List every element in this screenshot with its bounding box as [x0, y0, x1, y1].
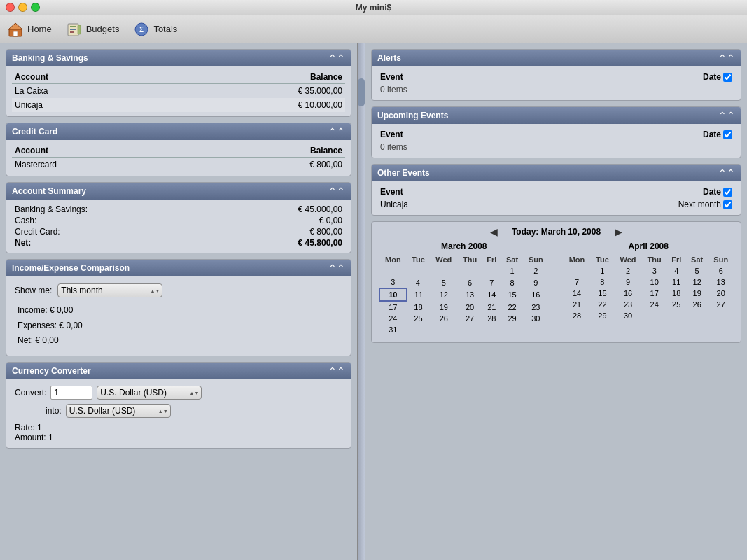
- close-button[interactable]: [6, 3, 15, 12]
- cal-day-cell[interactable]: 4: [667, 265, 686, 276]
- toolbar-totals[interactable]: Σ Totals: [133, 21, 177, 38]
- cal-day-cell[interactable]: 16: [614, 288, 642, 299]
- cal-day-cell[interactable]: 22: [501, 301, 523, 313]
- summary-value: € 45.000,00: [298, 204, 342, 214]
- upcoming-events-section: Upcoming Events ⌃⌃ Event Date 0 items: [371, 106, 741, 158]
- cal-day-cell[interactable]: 1: [501, 265, 523, 276]
- cal-day-cell[interactable]: 7: [482, 276, 501, 288]
- cal-day-header: Thu: [642, 254, 667, 265]
- cal-day-cell[interactable]: 12: [430, 288, 457, 301]
- alerts-collapse[interactable]: ⌃⌃: [718, 52, 735, 64]
- banking-savings-collapse[interactable]: ⌃⌃: [328, 52, 345, 64]
- alerts-date-checkbox[interactable]: [723, 73, 732, 82]
- upcoming-events-collapse[interactable]: ⌃⌃: [718, 110, 735, 121]
- cal-day-cell[interactable]: 31: [379, 324, 407, 335]
- cal-day-cell[interactable]: 4: [407, 276, 430, 288]
- cal-day-cell[interactable]: 6: [708, 265, 734, 276]
- cal-day-cell[interactable]: 27: [708, 299, 734, 310]
- cal-day-cell[interactable]: 23: [523, 301, 548, 313]
- cal-day-cell[interactable]: 18: [407, 301, 430, 313]
- cal-day-cell[interactable]: 9: [614, 276, 642, 288]
- to-currency-select[interactable]: U.S. Dollar (USD): [66, 404, 171, 418]
- cal-day-cell[interactable]: 3: [379, 276, 407, 288]
- table-row: Mastercard€ 800,00: [12, 158, 345, 172]
- calendar-next[interactable]: ▶: [615, 226, 622, 237]
- cal-day-cell[interactable]: 27: [457, 313, 482, 324]
- cal-day-cell[interactable]: 25: [407, 313, 430, 324]
- cal-day-cell[interactable]: 24: [379, 313, 407, 324]
- cal-day-cell[interactable]: 15: [501, 288, 523, 301]
- cal-day-cell[interactable]: 29: [591, 310, 615, 321]
- cal-today-cell[interactable]: 10: [379, 288, 407, 301]
- currency-converter-collapse[interactable]: ⌃⌃: [328, 365, 345, 377]
- upcoming-zero-items: 0 items: [377, 141, 735, 153]
- cal-day-cell[interactable]: 21: [564, 299, 591, 310]
- calendar-prev[interactable]: ◀: [490, 226, 498, 237]
- cal-day-cell[interactable]: 10: [642, 276, 667, 288]
- cal-day-cell[interactable]: 13: [457, 288, 482, 301]
- cal-day-cell[interactable]: 26: [430, 313, 457, 324]
- cal-day-header: Sun: [523, 254, 548, 265]
- cal-day-cell[interactable]: 21: [482, 301, 501, 313]
- cal-day-cell[interactable]: 22: [591, 299, 615, 310]
- cal-day-cell[interactable]: 14: [482, 288, 501, 301]
- cal-day-cell[interactable]: 24: [642, 299, 667, 310]
- cal-day-cell[interactable]: 20: [708, 288, 734, 299]
- cal-day-cell[interactable]: 1: [591, 265, 615, 276]
- cal-day-cell[interactable]: 6: [457, 276, 482, 288]
- maximize-button[interactable]: [31, 3, 40, 12]
- cal-day-cell[interactable]: 13: [708, 276, 734, 288]
- from-currency-select[interactable]: U.S. Dollar (USD): [97, 386, 202, 400]
- cal-day-cell[interactable]: 20: [457, 301, 482, 313]
- cal-day-cell[interactable]: 5: [430, 276, 457, 288]
- panel-divider: [357, 43, 365, 560]
- cal-day-cell[interactable]: 17: [642, 288, 667, 299]
- cal-day-cell[interactable]: 30: [614, 310, 642, 321]
- cal-day-cell[interactable]: 26: [686, 299, 708, 310]
- cal-day-cell[interactable]: 8: [591, 276, 615, 288]
- event-date-checkbox[interactable]: [723, 200, 732, 209]
- cal-day-cell[interactable]: 14: [564, 288, 591, 299]
- svg-text:Σ: Σ: [139, 26, 144, 34]
- showme-select[interactable]: This monthLast monthThis yearLast year: [57, 284, 162, 298]
- cal-day-cell[interactable]: 9: [523, 276, 548, 288]
- cal-day-cell[interactable]: 29: [501, 313, 523, 324]
- cal-day-cell[interactable]: 11: [407, 288, 430, 301]
- cal-table: MonTueWedThuFriSatSun1234567891011121314…: [379, 254, 550, 335]
- cal-day-cell[interactable]: 15: [591, 288, 615, 299]
- summary-label: Banking & Savings:: [15, 204, 88, 214]
- income-expense-collapse[interactable]: ⌃⌃: [328, 262, 345, 274]
- cal-day-cell[interactable]: 12: [686, 276, 708, 288]
- cal-day-cell[interactable]: 18: [667, 288, 686, 299]
- upcoming-date-checkbox[interactable]: [723, 130, 732, 139]
- other-events-collapse[interactable]: ⌃⌃: [718, 167, 735, 178]
- cal-day-cell[interactable]: 17: [379, 301, 407, 313]
- other-date-checkbox[interactable]: [723, 188, 732, 197]
- minimize-button[interactable]: [18, 3, 27, 12]
- toolbar-home[interactable]: Home: [7, 21, 52, 38]
- cal-day-cell[interactable]: 23: [614, 299, 642, 310]
- cal-day-cell[interactable]: 7: [564, 276, 591, 288]
- svg-rect-7: [78, 25, 81, 34]
- cal-day-cell[interactable]: 2: [614, 265, 642, 276]
- cal-day-cell[interactable]: 5: [686, 265, 708, 276]
- cal-day-cell[interactable]: 28: [482, 313, 501, 324]
- account-summary-collapse[interactable]: ⌃⌃: [328, 186, 345, 197]
- cal-day-cell[interactable]: 28: [564, 310, 591, 321]
- cal-day-cell[interactable]: 30: [523, 313, 548, 324]
- cal-day-cell[interactable]: 25: [667, 299, 686, 310]
- cal-day-cell[interactable]: 19: [686, 288, 708, 299]
- cal-day-cell[interactable]: 8: [501, 276, 523, 288]
- cal-day-cell[interactable]: 11: [667, 276, 686, 288]
- account-summary-section: Account Summary ⌃⌃ Banking & Savings:€ 4…: [6, 182, 351, 253]
- toolbar-budgets[interactable]: Budgets: [66, 21, 120, 38]
- cal-day-cell[interactable]: 3: [642, 265, 667, 276]
- income-expense-header: Income/Expense Comparison ⌃⌃: [6, 260, 351, 276]
- cal-day-cell[interactable]: 2: [523, 265, 548, 276]
- svg-rect-5: [70, 29, 76, 30]
- credit-card-collapse[interactable]: ⌃⌃: [328, 126, 345, 137]
- cal-day-cell[interactable]: 19: [430, 301, 457, 313]
- cal-day-cell[interactable]: 16: [523, 288, 548, 301]
- convert-input[interactable]: [50, 386, 92, 400]
- credit-card-header: Credit Card ⌃⌃: [6, 123, 351, 140]
